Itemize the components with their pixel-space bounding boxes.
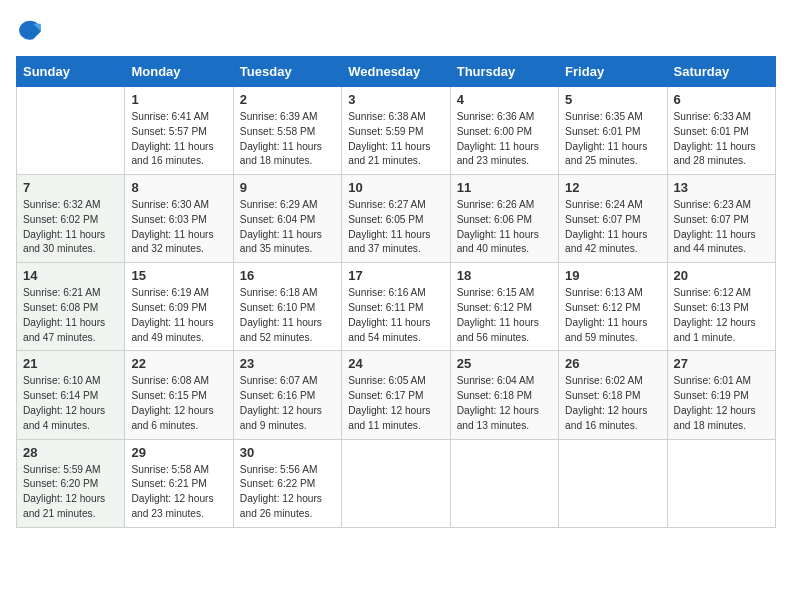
- day-number: 16: [240, 268, 335, 283]
- day-cell: [17, 87, 125, 175]
- day-number: 15: [131, 268, 226, 283]
- sunrise: Sunrise: 6:41 AM: [131, 110, 226, 125]
- day-cell: 14Sunrise: 6:21 AMSunset: 6:08 PMDayligh…: [17, 263, 125, 351]
- day-info: Sunrise: 6:29 AMSunset: 6:04 PMDaylight:…: [240, 198, 335, 257]
- day-cell: 19Sunrise: 6:13 AMSunset: 6:12 PMDayligh…: [559, 263, 667, 351]
- day-info: Sunrise: 6:21 AMSunset: 6:08 PMDaylight:…: [23, 286, 118, 345]
- sunrise: Sunrise: 5:56 AM: [240, 463, 335, 478]
- sunset: Sunset: 6:05 PM: [348, 213, 443, 228]
- day-cell: 18Sunrise: 6:15 AMSunset: 6:12 PMDayligh…: [450, 263, 558, 351]
- sunset: Sunset: 6:08 PM: [23, 301, 118, 316]
- daylight: Daylight: 11 hours and 42 minutes.: [565, 228, 660, 258]
- header-day: Sunday: [17, 57, 125, 87]
- sunrise: Sunrise: 6:01 AM: [674, 374, 769, 389]
- daylight: Daylight: 11 hours and 28 minutes.: [674, 140, 769, 170]
- header-day: Thursday: [450, 57, 558, 87]
- week-row: 21Sunrise: 6:10 AMSunset: 6:14 PMDayligh…: [17, 351, 776, 439]
- sunset: Sunset: 6:00 PM: [457, 125, 552, 140]
- day-info: Sunrise: 5:58 AMSunset: 6:21 PMDaylight:…: [131, 463, 226, 522]
- sunrise: Sunrise: 6:07 AM: [240, 374, 335, 389]
- day-cell: [342, 439, 450, 527]
- sunset: Sunset: 6:12 PM: [565, 301, 660, 316]
- day-number: 18: [457, 268, 552, 283]
- day-number: 1: [131, 92, 226, 107]
- day-info: Sunrise: 6:38 AMSunset: 5:59 PMDaylight:…: [348, 110, 443, 169]
- day-info: Sunrise: 6:39 AMSunset: 5:58 PMDaylight:…: [240, 110, 335, 169]
- header-row: SundayMondayTuesdayWednesdayThursdayFrid…: [17, 57, 776, 87]
- daylight: Daylight: 11 hours and 54 minutes.: [348, 316, 443, 346]
- sunset: Sunset: 6:18 PM: [457, 389, 552, 404]
- daylight: Daylight: 11 hours and 47 minutes.: [23, 316, 118, 346]
- day-info: Sunrise: 6:35 AMSunset: 6:01 PMDaylight:…: [565, 110, 660, 169]
- daylight: Daylight: 11 hours and 49 minutes.: [131, 316, 226, 346]
- day-info: Sunrise: 5:59 AMSunset: 6:20 PMDaylight:…: [23, 463, 118, 522]
- day-number: 19: [565, 268, 660, 283]
- day-info: Sunrise: 6:10 AMSunset: 6:14 PMDaylight:…: [23, 374, 118, 433]
- day-number: 8: [131, 180, 226, 195]
- day-cell: 23Sunrise: 6:07 AMSunset: 6:16 PMDayligh…: [233, 351, 341, 439]
- sunset: Sunset: 5:59 PM: [348, 125, 443, 140]
- sunrise: Sunrise: 6:26 AM: [457, 198, 552, 213]
- day-number: 26: [565, 356, 660, 371]
- day-info: Sunrise: 6:08 AMSunset: 6:15 PMDaylight:…: [131, 374, 226, 433]
- day-cell: 8Sunrise: 6:30 AMSunset: 6:03 PMDaylight…: [125, 175, 233, 263]
- day-info: Sunrise: 6:36 AMSunset: 6:00 PMDaylight:…: [457, 110, 552, 169]
- sunset: Sunset: 6:22 PM: [240, 477, 335, 492]
- sunrise: Sunrise: 6:23 AM: [674, 198, 769, 213]
- day-number: 14: [23, 268, 118, 283]
- header-day: Tuesday: [233, 57, 341, 87]
- sunset: Sunset: 6:15 PM: [131, 389, 226, 404]
- daylight: Daylight: 12 hours and 26 minutes.: [240, 492, 335, 522]
- sunrise: Sunrise: 6:21 AM: [23, 286, 118, 301]
- daylight: Daylight: 11 hours and 16 minutes.: [131, 140, 226, 170]
- daylight: Daylight: 11 hours and 25 minutes.: [565, 140, 660, 170]
- day-cell: [450, 439, 558, 527]
- calendar-header: SundayMondayTuesdayWednesdayThursdayFrid…: [17, 57, 776, 87]
- day-cell: 4Sunrise: 6:36 AMSunset: 6:00 PMDaylight…: [450, 87, 558, 175]
- day-number: 3: [348, 92, 443, 107]
- sunrise: Sunrise: 6:39 AM: [240, 110, 335, 125]
- sunset: Sunset: 6:13 PM: [674, 301, 769, 316]
- week-row: 14Sunrise: 6:21 AMSunset: 6:08 PMDayligh…: [17, 263, 776, 351]
- day-info: Sunrise: 6:16 AMSunset: 6:11 PMDaylight:…: [348, 286, 443, 345]
- sunrise: Sunrise: 6:18 AM: [240, 286, 335, 301]
- day-number: 28: [23, 445, 118, 460]
- header-day: Monday: [125, 57, 233, 87]
- sunrise: Sunrise: 6:16 AM: [348, 286, 443, 301]
- day-info: Sunrise: 6:27 AMSunset: 6:05 PMDaylight:…: [348, 198, 443, 257]
- logo: [16, 16, 48, 44]
- daylight: Daylight: 12 hours and 6 minutes.: [131, 404, 226, 434]
- sunrise: Sunrise: 5:58 AM: [131, 463, 226, 478]
- day-info: Sunrise: 6:41 AMSunset: 5:57 PMDaylight:…: [131, 110, 226, 169]
- daylight: Daylight: 11 hours and 21 minutes.: [348, 140, 443, 170]
- daylight: Daylight: 12 hours and 4 minutes.: [23, 404, 118, 434]
- daylight: Daylight: 11 hours and 37 minutes.: [348, 228, 443, 258]
- daylight: Daylight: 11 hours and 30 minutes.: [23, 228, 118, 258]
- day-cell: 17Sunrise: 6:16 AMSunset: 6:11 PMDayligh…: [342, 263, 450, 351]
- sunrise: Sunrise: 6:30 AM: [131, 198, 226, 213]
- day-info: Sunrise: 6:12 AMSunset: 6:13 PMDaylight:…: [674, 286, 769, 345]
- sunset: Sunset: 6:18 PM: [565, 389, 660, 404]
- day-cell: 7Sunrise: 6:32 AMSunset: 6:02 PMDaylight…: [17, 175, 125, 263]
- calendar-table: SundayMondayTuesdayWednesdayThursdayFrid…: [16, 56, 776, 528]
- day-cell: 30Sunrise: 5:56 AMSunset: 6:22 PMDayligh…: [233, 439, 341, 527]
- day-number: 2: [240, 92, 335, 107]
- day-info: Sunrise: 6:05 AMSunset: 6:17 PMDaylight:…: [348, 374, 443, 433]
- sunset: Sunset: 6:21 PM: [131, 477, 226, 492]
- daylight: Daylight: 12 hours and 13 minutes.: [457, 404, 552, 434]
- page-header: [16, 16, 776, 44]
- week-row: 1Sunrise: 6:41 AMSunset: 5:57 PMDaylight…: [17, 87, 776, 175]
- day-cell: 16Sunrise: 6:18 AMSunset: 6:10 PMDayligh…: [233, 263, 341, 351]
- day-info: Sunrise: 6:32 AMSunset: 6:02 PMDaylight:…: [23, 198, 118, 257]
- day-info: Sunrise: 6:26 AMSunset: 6:06 PMDaylight:…: [457, 198, 552, 257]
- day-number: 20: [674, 268, 769, 283]
- day-cell: 12Sunrise: 6:24 AMSunset: 6:07 PMDayligh…: [559, 175, 667, 263]
- sunrise: Sunrise: 6:29 AM: [240, 198, 335, 213]
- day-cell: [667, 439, 775, 527]
- daylight: Daylight: 11 hours and 18 minutes.: [240, 140, 335, 170]
- day-number: 21: [23, 356, 118, 371]
- logo-icon: [16, 16, 44, 44]
- day-number: 10: [348, 180, 443, 195]
- sunset: Sunset: 6:12 PM: [457, 301, 552, 316]
- day-info: Sunrise: 6:30 AMSunset: 6:03 PMDaylight:…: [131, 198, 226, 257]
